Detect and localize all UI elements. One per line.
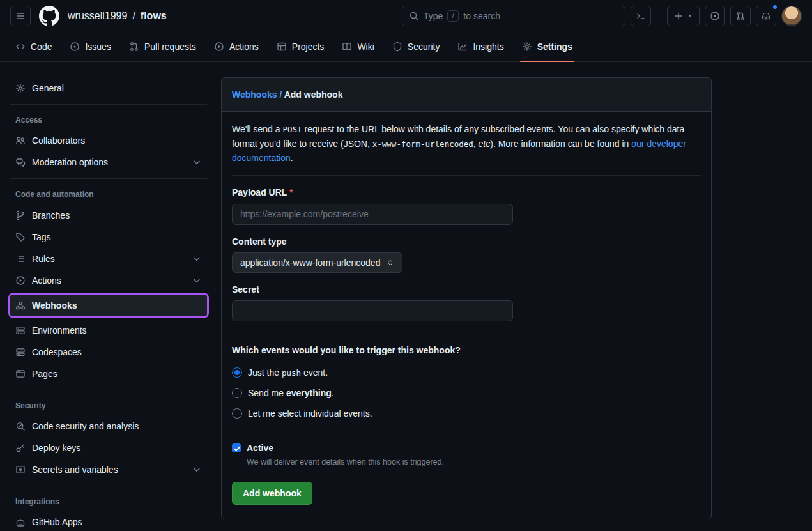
tab-label: Pull requests	[144, 40, 196, 53]
add-webhook-button[interactable]: Add webhook	[232, 482, 312, 505]
breadcrumb-owner[interactable]: wrussell1999	[68, 8, 127, 23]
sidebar-item-general[interactable]: General	[10, 77, 207, 99]
sidebar-item-actions[interactable]: Actions	[10, 270, 207, 291]
sidebar-item-codespaces[interactable]: Codespaces	[10, 341, 207, 363]
webhook-icon	[15, 300, 26, 311]
search-icon	[409, 11, 419, 21]
sidebar-item-tags[interactable]: Tags	[10, 226, 207, 248]
tab-label: Insights	[473, 40, 503, 53]
chevron-down-icon	[192, 275, 202, 286]
content-type-value: application/x-www-form-urlencoded	[240, 256, 380, 269]
active-checkbox[interactable]	[232, 443, 241, 452]
chevron-down-icon	[192, 254, 202, 264]
secret-input[interactable]	[232, 300, 513, 321]
codespaces-icon	[15, 347, 26, 357]
tab-security[interactable]: Security	[385, 32, 448, 61]
radio-input-individual-events[interactable]	[232, 408, 242, 419]
search-placeholder-pre: Type	[424, 10, 443, 22]
radio-individual-events[interactable]: Let me select individual events.	[232, 407, 701, 420]
inbox-button[interactable]	[756, 6, 776, 26]
purple-highlight-box: Webhooks	[8, 293, 209, 318]
sidebar-item-label: Deploy keys	[32, 442, 80, 454]
notification-dot	[772, 4, 778, 10]
github-logo[interactable]	[38, 5, 60, 27]
tab-issues[interactable]: Issues	[62, 32, 118, 61]
sidebar-item-environments[interactable]: Environments	[10, 319, 207, 341]
terminal-icon	[636, 11, 646, 21]
issues-button[interactable]	[705, 6, 725, 26]
sidebar-item-label: Secrets and variables	[32, 463, 118, 476]
sidebar-divider	[10, 486, 207, 486]
sidebar-item-webhooks[interactable]: Webhooks	[10, 295, 207, 316]
gear-icon	[522, 42, 532, 52]
sidebar-item-collaborators[interactable]: Collaborators	[10, 130, 207, 151]
sidebar-item-label: Pages	[32, 367, 57, 380]
secret-label: Secret	[232, 283, 701, 296]
sidebar-item-rules[interactable]: Rules	[10, 248, 207, 270]
webhooks-breadcrumb-link[interactable]: Webhooks /	[232, 89, 282, 100]
git-pull-request-icon	[129, 42, 139, 52]
sidebar-item-secrets-variables[interactable]: Secrets and variables	[10, 459, 207, 481]
play-icon	[214, 42, 224, 52]
radio-send-everything[interactable]: Send me everything.	[232, 387, 701, 399]
global-search[interactable]: Type / to search	[402, 6, 625, 26]
asterisk-box-icon	[15, 465, 26, 475]
payload-url-group: Payload URL *	[232, 186, 701, 224]
tab-label: Wiki	[357, 40, 374, 53]
tab-pull-requests[interactable]: Pull requests	[121, 32, 204, 61]
sidebar-divider	[10, 104, 207, 105]
slash-keycap: /	[447, 10, 459, 22]
sidebar-item-pages[interactable]: Pages	[10, 363, 207, 385]
tab-wiki[interactable]: Wiki	[334, 32, 381, 61]
gear-icon	[15, 83, 26, 93]
avatar[interactable]	[781, 6, 802, 26]
sidebar-section-code-and-automation: Code and automation	[10, 184, 207, 204]
codescan-icon	[15, 421, 26, 431]
tab-label: Issues	[85, 40, 111, 53]
caret-down-icon	[687, 13, 693, 19]
active-group: Active We will deliver event details whe…	[232, 442, 701, 468]
radio-input-just-push[interactable]	[232, 367, 242, 378]
code-icon	[15, 42, 26, 52]
sidebar-item-branches[interactable]: Branches	[10, 204, 207, 226]
sidebar-item-label: Codespaces	[32, 346, 82, 358]
description-text: .	[291, 153, 293, 163]
sidebar-item-github-apps[interactable]: GitHub Apps	[10, 512, 207, 531]
create-new-button[interactable]	[667, 6, 700, 26]
tab-settings[interactable]: Settings	[514, 32, 580, 61]
push-code: push	[282, 368, 301, 378]
everything-bold: everything	[286, 388, 332, 398]
description-text: ,	[473, 139, 479, 149]
pull-requests-button[interactable]	[730, 6, 751, 26]
sidebar-divider	[10, 178, 207, 179]
tab-insights[interactable]: Insights	[450, 32, 511, 61]
breadcrumb-repo[interactable]: flows	[141, 8, 167, 23]
active-label: Active	[247, 443, 273, 453]
radio-input-send-everything[interactable]	[232, 388, 242, 398]
play-icon	[15, 275, 26, 286]
radio-just-push[interactable]: Just the push event.	[232, 366, 701, 379]
tab-code[interactable]: Code	[8, 32, 59, 61]
command-palette-button[interactable]	[631, 6, 651, 26]
hamburger-button[interactable]	[10, 6, 31, 26]
radio-label: Just the push event.	[248, 366, 328, 379]
webhook-description: We'll send a POST request to the URL bel…	[232, 122, 701, 165]
sidebar-item-code-security[interactable]: Code security and analysis	[10, 415, 207, 437]
header-actions: Type / to search	[402, 6, 802, 26]
sidebar-item-label: Branches	[32, 209, 70, 222]
card-divider	[232, 332, 701, 332]
sidebar-item-deploy-keys[interactable]: Deploy keys	[10, 437, 207, 459]
chevron-down-icon	[192, 465, 202, 475]
sidebar-item-label: Code security and analysis	[32, 420, 139, 433]
active-note: We will deliver event details when this …	[247, 456, 444, 468]
tab-actions[interactable]: Actions	[206, 32, 266, 61]
payload-url-input[interactable]	[232, 204, 513, 225]
description-text: ). More information can be found in	[490, 139, 631, 149]
active-text: Active We will deliver event details whe…	[247, 442, 444, 468]
table-icon	[277, 42, 287, 52]
sidebar-item-moderation-options[interactable]: Moderation options	[10, 151, 207, 173]
content-type-select[interactable]: application/x-www-form-urlencoded	[232, 252, 402, 273]
repo-tab-bar: Code Issues Pull requests Actions Projec…	[0, 32, 812, 62]
card-divider	[232, 431, 701, 431]
tab-projects[interactable]: Projects	[269, 32, 332, 61]
